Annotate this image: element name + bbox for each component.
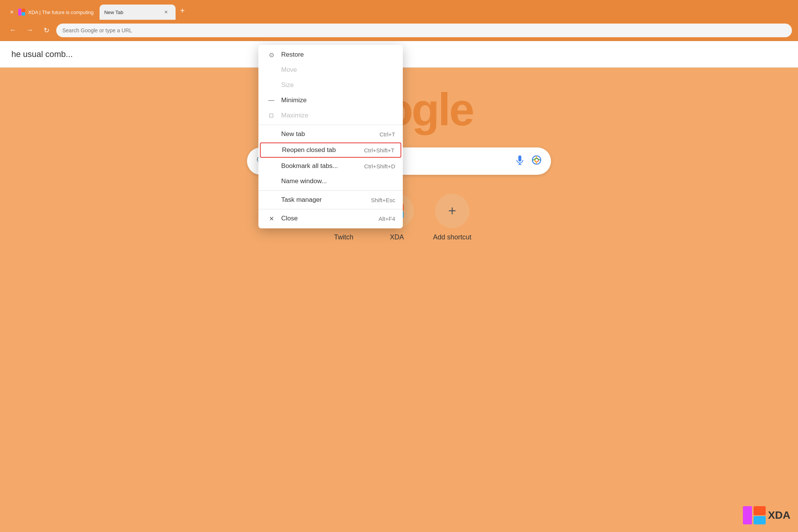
menu-item-reopen-closed-tab[interactable]: Reopen closed tab Ctrl+Shift+T: [260, 142, 401, 158]
add-shortcut-label: Add shortcut: [433, 233, 471, 241]
maximize-icon: □: [266, 112, 277, 119]
close-icon: ✕: [266, 215, 277, 222]
context-menu: ⊙ Restore Move Size — Minimize □ Maximiz…: [258, 45, 403, 228]
svg-rect-2: [22, 12, 25, 16]
forward-button[interactable]: →: [23, 24, 36, 37]
svg-rect-18: [754, 516, 766, 524]
tab-newtab[interactable]: New Tab ✕: [100, 5, 176, 20]
divider-1: [258, 125, 403, 125]
xda-watermark-text: XDA: [768, 509, 790, 521]
browser-content: he usual comb... Google 🔍 Search Google …: [0, 41, 798, 532]
minimize-label: Minimize: [281, 97, 395, 104]
mic-icon[interactable]: [515, 155, 525, 168]
divider-2: [258, 190, 403, 191]
tab-close-newtab[interactable]: ✕: [163, 9, 169, 16]
article-text: he usual comb...: [11, 49, 73, 59]
task-manager-shortcut: Shift+Esc: [371, 197, 395, 203]
tab-xda[interactable]: ✕ XDA | The future is computing: [4, 5, 100, 20]
name-window-label: Name window...: [281, 177, 395, 185]
svg-rect-0: [18, 9, 21, 16]
xda-label: XDA: [390, 233, 404, 241]
restore-icon: ⊙: [266, 51, 277, 59]
tab-bar: ✕ XDA | The future is computing New Tab …: [4, 0, 189, 20]
restore-label: Restore: [281, 51, 395, 59]
back-button[interactable]: ←: [6, 24, 20, 37]
tab-title-xda: XDA | The future is computing: [28, 10, 93, 15]
menu-item-size: Size: [258, 78, 403, 93]
menu-item-bookmark-all[interactable]: Bookmark all tabs... Ctrl+Shift+D: [258, 158, 403, 174]
shortcut-add[interactable]: + Add shortcut: [433, 194, 471, 241]
address-bar[interactable]: [56, 24, 792, 37]
plus-icon: +: [448, 203, 456, 219]
svg-rect-1: [22, 9, 25, 12]
move-label: Move: [281, 66, 395, 74]
reopen-label: Reopen closed tab: [282, 146, 359, 154]
menu-item-new-tab[interactable]: New tab Ctrl+T: [258, 127, 403, 142]
bookmark-shortcut: Ctrl+Shift+D: [364, 163, 395, 169]
bookmark-label: Bookmark all tabs...: [281, 162, 359, 170]
size-label: Size: [281, 81, 395, 89]
reopen-shortcut: Ctrl+Shift+T: [364, 147, 394, 154]
logo-g2: g: [412, 84, 438, 135]
task-manager-label: Task manager: [281, 196, 366, 204]
logo-e: e: [449, 84, 473, 135]
menu-item-minimize[interactable]: — Minimize: [258, 93, 403, 108]
svg-rect-16: [743, 506, 752, 524]
tab-title-newtab: New Tab: [104, 10, 160, 15]
svg-point-6: [535, 158, 538, 162]
menu-item-task-manager[interactable]: Task manager Shift+Esc: [258, 192, 403, 207]
divider-3: [258, 209, 403, 209]
close-label: Close: [281, 215, 374, 222]
minimize-icon: —: [266, 97, 277, 104]
xda-watermark: XDA: [743, 506, 790, 524]
new-tab-shortcut: Ctrl+T: [380, 131, 395, 138]
titlebar: ✕ XDA | The future is computing New Tab …: [0, 0, 798, 20]
twitch-label: Twitch: [334, 233, 353, 241]
reload-button[interactable]: ↻: [40, 24, 53, 37]
tab-close-xda[interactable]: ✕: [8, 9, 15, 16]
menu-item-name-window[interactable]: Name window...: [258, 174, 403, 189]
maximize-label: Maximize: [281, 112, 395, 119]
lens-icon[interactable]: [531, 155, 542, 168]
new-tab-button[interactable]: +: [176, 3, 189, 18]
logo-l: l: [438, 84, 449, 135]
menu-item-restore[interactable]: ⊙ Restore: [258, 47, 403, 62]
menu-item-maximize: □ Maximize: [258, 108, 403, 123]
close-shortcut: Alt+F4: [378, 215, 395, 222]
add-shortcut-icon: +: [435, 194, 469, 228]
new-tab-label: New tab: [281, 130, 375, 138]
omnibar: ← → ↻: [0, 20, 798, 41]
menu-item-close[interactable]: ✕ Close Alt+F4: [258, 211, 403, 226]
menu-item-move: Move: [258, 62, 403, 78]
tab-favicon-xda: [18, 9, 25, 16]
svg-rect-17: [754, 506, 766, 515]
